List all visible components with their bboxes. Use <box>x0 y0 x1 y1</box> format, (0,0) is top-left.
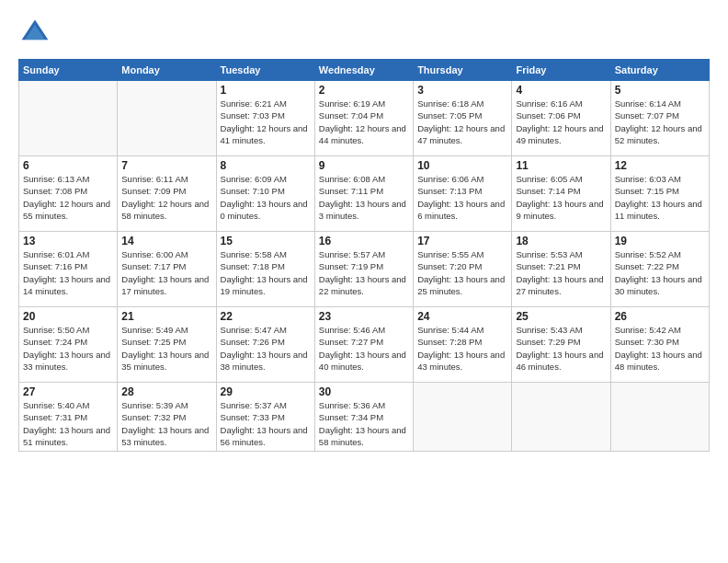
calendar-day-cell: 1Sunrise: 6:21 AM Sunset: 7:03 PM Daylig… <box>216 81 314 156</box>
day-number: 14 <box>121 235 211 247</box>
calendar-day-cell <box>610 383 709 452</box>
day-number: 4 <box>516 84 606 97</box>
day-info: Sunrise: 5:42 AM Sunset: 7:30 PM Dayligh… <box>615 324 705 373</box>
day-number: 8 <box>221 159 311 172</box>
calendar-day-cell <box>512 383 610 452</box>
day-number: 26 <box>615 310 705 323</box>
calendar-day-cell: 11Sunrise: 6:05 AM Sunset: 7:14 PM Dayli… <box>512 156 610 232</box>
day-number: 12 <box>615 159 705 172</box>
day-info: Sunrise: 5:53 AM Sunset: 7:21 PM Dayligh… <box>516 248 606 297</box>
calendar-day-cell: 4Sunrise: 6:16 AM Sunset: 7:06 PM Daylig… <box>512 81 610 156</box>
day-number: 27 <box>23 385 113 398</box>
day-of-week-header: Sunday <box>19 60 118 81</box>
day-info: Sunrise: 5:44 AM Sunset: 7:28 PM Dayligh… <box>417 324 507 373</box>
day-info: Sunrise: 5:49 AM Sunset: 7:25 PM Dayligh… <box>121 324 211 373</box>
calendar-day-cell: 6Sunrise: 6:13 AM Sunset: 7:08 PM Daylig… <box>19 156 118 232</box>
calendar-day-cell: 13Sunrise: 6:01 AM Sunset: 7:16 PM Dayli… <box>19 232 118 307</box>
day-number: 22 <box>221 310 311 323</box>
day-number: 11 <box>516 159 606 172</box>
calendar-week-row: 6Sunrise: 6:13 AM Sunset: 7:08 PM Daylig… <box>19 156 710 232</box>
day-info: Sunrise: 5:36 AM Sunset: 7:34 PM Dayligh… <box>319 399 409 448</box>
day-info: Sunrise: 6:13 AM Sunset: 7:08 PM Dayligh… <box>23 173 113 222</box>
day-number: 25 <box>516 310 606 323</box>
calendar-day-cell: 28Sunrise: 5:39 AM Sunset: 7:32 PM Dayli… <box>118 383 216 452</box>
day-number: 3 <box>417 84 507 97</box>
day-info: Sunrise: 6:19 AM Sunset: 7:04 PM Dayligh… <box>319 98 409 146</box>
calendar-day-cell: 27Sunrise: 5:40 AM Sunset: 7:31 PM Dayli… <box>19 383 118 452</box>
day-of-week-header: Saturday <box>610 60 709 81</box>
calendar-day-cell: 8Sunrise: 6:09 AM Sunset: 7:10 PM Daylig… <box>216 156 314 232</box>
calendar-day-cell: 2Sunrise: 6:19 AM Sunset: 7:04 PM Daylig… <box>314 81 413 156</box>
day-info: Sunrise: 6:08 AM Sunset: 7:11 PM Dayligh… <box>319 173 409 222</box>
day-number: 1 <box>221 84 311 97</box>
day-info: Sunrise: 5:57 AM Sunset: 7:19 PM Dayligh… <box>319 248 409 297</box>
day-info: Sunrise: 6:21 AM Sunset: 7:03 PM Dayligh… <box>221 98 311 146</box>
day-of-week-header: Monday <box>118 60 216 81</box>
day-number: 30 <box>319 385 409 398</box>
day-info: Sunrise: 6:09 AM Sunset: 7:10 PM Dayligh… <box>221 173 311 222</box>
day-number: 28 <box>121 385 211 398</box>
day-number: 2 <box>319 84 409 97</box>
day-number: 20 <box>23 310 113 323</box>
logo-icon <box>18 17 51 50</box>
day-number: 17 <box>417 235 507 247</box>
day-info: Sunrise: 5:37 AM Sunset: 7:33 PM Dayligh… <box>221 399 311 448</box>
day-info: Sunrise: 5:43 AM Sunset: 7:29 PM Dayligh… <box>516 324 606 373</box>
day-info: Sunrise: 6:01 AM Sunset: 7:16 PM Dayligh… <box>23 248 113 297</box>
calendar-day-cell: 9Sunrise: 6:08 AM Sunset: 7:11 PM Daylig… <box>314 156 413 232</box>
calendar-day-cell: 22Sunrise: 5:47 AM Sunset: 7:26 PM Dayli… <box>216 307 314 383</box>
header-row: SundayMondayTuesdayWednesdayThursdayFrid… <box>19 60 710 81</box>
calendar-week-row: 1Sunrise: 6:21 AM Sunset: 7:03 PM Daylig… <box>19 81 710 156</box>
day-of-week-header: Tuesday <box>216 60 314 81</box>
day-info: Sunrise: 5:46 AM Sunset: 7:27 PM Dayligh… <box>319 324 409 373</box>
calendar-day-cell: 24Sunrise: 5:44 AM Sunset: 7:28 PM Dayli… <box>414 307 512 383</box>
calendar-day-cell: 29Sunrise: 5:37 AM Sunset: 7:33 PM Dayli… <box>216 383 314 452</box>
calendar-day-cell <box>19 81 118 156</box>
day-info: Sunrise: 6:11 AM Sunset: 7:09 PM Dayligh… <box>121 173 211 222</box>
header <box>18 17 710 50</box>
day-info: Sunrise: 6:16 AM Sunset: 7:06 PM Dayligh… <box>516 98 606 146</box>
page: SundayMondayTuesdayWednesdayThursdayFrid… <box>0 0 728 563</box>
logo <box>18 17 55 50</box>
day-number: 16 <box>319 235 409 247</box>
calendar-week-row: 20Sunrise: 5:50 AM Sunset: 7:24 PM Dayli… <box>19 307 710 383</box>
day-number: 15 <box>221 235 311 247</box>
calendar-day-cell: 5Sunrise: 6:14 AM Sunset: 7:07 PM Daylig… <box>610 81 709 156</box>
day-number: 24 <box>417 310 507 323</box>
day-info: Sunrise: 6:18 AM Sunset: 7:05 PM Dayligh… <box>417 98 507 146</box>
calendar-table: SundayMondayTuesdayWednesdayThursdayFrid… <box>18 59 710 452</box>
day-info: Sunrise: 5:50 AM Sunset: 7:24 PM Dayligh… <box>23 324 113 373</box>
calendar-day-cell: 26Sunrise: 5:42 AM Sunset: 7:30 PM Dayli… <box>610 307 709 383</box>
day-number: 6 <box>23 159 113 172</box>
calendar-day-cell: 18Sunrise: 5:53 AM Sunset: 7:21 PM Dayli… <box>512 232 610 307</box>
day-of-week-header: Thursday <box>414 60 512 81</box>
calendar-day-cell: 12Sunrise: 6:03 AM Sunset: 7:15 PM Dayli… <box>610 156 709 232</box>
calendar-day-cell: 21Sunrise: 5:49 AM Sunset: 7:25 PM Dayli… <box>118 307 216 383</box>
calendar-header: SundayMondayTuesdayWednesdayThursdayFrid… <box>19 60 710 81</box>
day-number: 10 <box>417 159 507 172</box>
day-of-week-header: Wednesday <box>314 60 413 81</box>
calendar-body: 1Sunrise: 6:21 AM Sunset: 7:03 PM Daylig… <box>19 81 710 452</box>
day-number: 23 <box>319 310 409 323</box>
calendar-day-cell: 7Sunrise: 6:11 AM Sunset: 7:09 PM Daylig… <box>118 156 216 232</box>
day-info: Sunrise: 5:39 AM Sunset: 7:32 PM Dayligh… <box>121 399 211 448</box>
calendar-week-row: 13Sunrise: 6:01 AM Sunset: 7:16 PM Dayli… <box>19 232 710 307</box>
day-number: 29 <box>221 385 311 398</box>
day-number: 18 <box>516 235 606 247</box>
calendar-day-cell: 30Sunrise: 5:36 AM Sunset: 7:34 PM Dayli… <box>314 383 413 452</box>
calendar-day-cell: 25Sunrise: 5:43 AM Sunset: 7:29 PM Dayli… <box>512 307 610 383</box>
day-number: 13 <box>23 235 113 247</box>
day-info: Sunrise: 5:58 AM Sunset: 7:18 PM Dayligh… <box>221 248 311 297</box>
day-of-week-header: Friday <box>512 60 610 81</box>
calendar-day-cell: 20Sunrise: 5:50 AM Sunset: 7:24 PM Dayli… <box>19 307 118 383</box>
calendar-day-cell: 17Sunrise: 5:55 AM Sunset: 7:20 PM Dayli… <box>414 232 512 307</box>
calendar-day-cell <box>414 383 512 452</box>
calendar-day-cell: 19Sunrise: 5:52 AM Sunset: 7:22 PM Dayli… <box>610 232 709 307</box>
calendar-day-cell: 14Sunrise: 6:00 AM Sunset: 7:17 PM Dayli… <box>118 232 216 307</box>
day-info: Sunrise: 5:52 AM Sunset: 7:22 PM Dayligh… <box>615 248 705 297</box>
day-number: 21 <box>121 310 211 323</box>
day-info: Sunrise: 5:55 AM Sunset: 7:20 PM Dayligh… <box>417 248 507 297</box>
day-number: 7 <box>121 159 211 172</box>
day-info: Sunrise: 6:00 AM Sunset: 7:17 PM Dayligh… <box>121 248 211 297</box>
calendar-day-cell: 15Sunrise: 5:58 AM Sunset: 7:18 PM Dayli… <box>216 232 314 307</box>
